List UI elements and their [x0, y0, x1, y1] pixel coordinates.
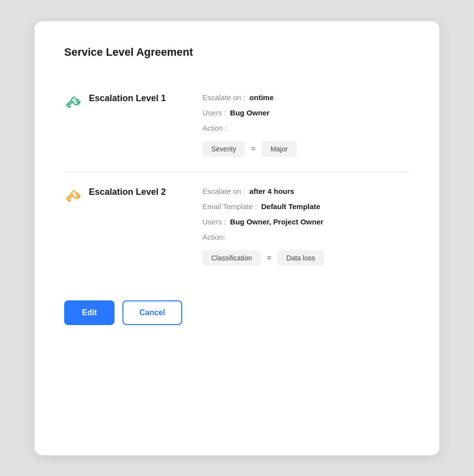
- escalate-on-value-2: after 4 hours: [249, 187, 294, 195]
- escalation-level-2-details: Escalate on : after 4 hours Email Templa…: [202, 187, 410, 266]
- escalate-on-value: ontime: [249, 93, 274, 102]
- escalation-level-2-section: Escalation Level 2 Escalate on : after 4…: [64, 172, 410, 281]
- escalation-level-2-email-template: Email Template : Default Template: [202, 202, 410, 211]
- escalation-level-2-left: Escalation Level 2: [64, 187, 183, 206]
- modal-container: Service Level Agreement Escalation Level…: [35, 21, 439, 455]
- escalation-level-1-title: Escalation Level 1: [89, 93, 166, 104]
- users-value: Bug Owner: [230, 109, 270, 117]
- classification-equals: =: [267, 254, 271, 262]
- classification-filter-field: Classification: [202, 250, 261, 266]
- page-title: Service Level Agreement: [64, 46, 410, 59]
- escalation-level-1-escalate-on: Escalate on : ontime: [202, 93, 410, 102]
- escalation-level-1-left: Escalation Level 1: [64, 93, 183, 112]
- escalation-level-2-escalate-on: Escalate on : after 4 hours: [202, 187, 410, 195]
- escalation-level-2-action-label: Action:: [202, 233, 410, 241]
- cancel-button[interactable]: Cancel: [122, 300, 182, 325]
- escalation-level-1-action-label: Action :: [202, 124, 410, 132]
- classification-filter-value: Data loss: [277, 250, 324, 266]
- escalation-level-1-action-filter: Severity = Major: [202, 141, 410, 157]
- escalation-level-1-details: Escalate on : ontime Users : Bug Owner A…: [202, 93, 410, 157]
- severity-filter-value: Major: [262, 141, 297, 157]
- edit-button[interactable]: Edit: [64, 300, 115, 325]
- escalation-level-2-users: Users : Bug Owner, Project Owner: [202, 218, 410, 226]
- severity-equals: =: [251, 145, 256, 153]
- escalation-level-2-title: Escalation Level 2: [89, 187, 166, 197]
- escalation-level-1-icon: [64, 94, 82, 112]
- users-value-2: Bug Owner, Project Owner: [230, 218, 323, 226]
- escalation-level-1-section: Escalation Level 1 Escalate on : ontime …: [64, 78, 410, 172]
- escalation-level-2-action-filter: Classification = Data loss: [202, 250, 410, 266]
- escalation-level-2-icon: [64, 188, 82, 206]
- email-template-value: Default Template: [261, 202, 320, 211]
- bottom-actions: Edit Cancel: [64, 300, 410, 325]
- severity-filter-field: Severity: [202, 141, 245, 157]
- escalation-level-1-users: Users : Bug Owner: [202, 109, 410, 117]
